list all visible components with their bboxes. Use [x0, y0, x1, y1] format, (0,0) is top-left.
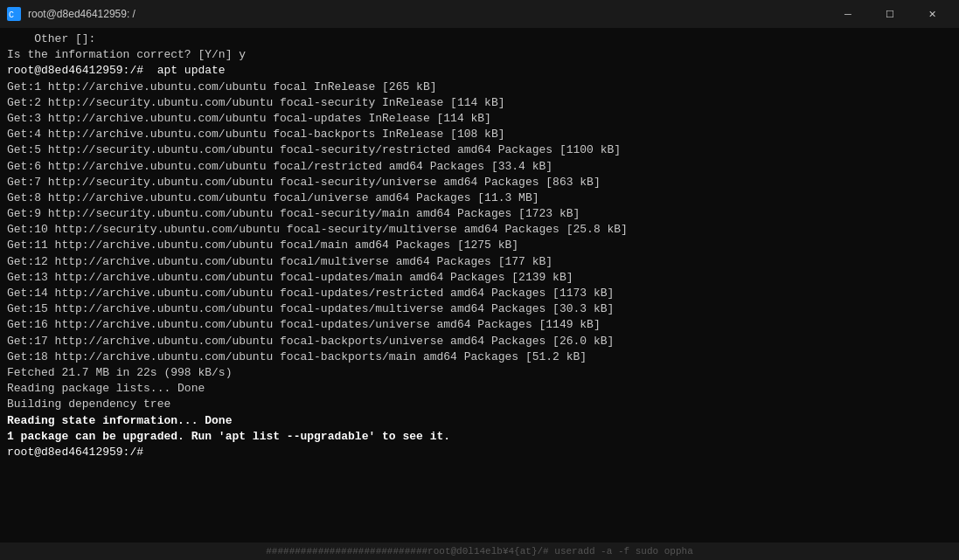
terminal-line: Get:4 http://archive.ubuntu.com/ubuntu f…: [7, 127, 952, 142]
terminal-line: Get:2 http://security.ubuntu.com/ubuntu …: [7, 95, 952, 111]
terminal-line: Get:16 http://archive.ubuntu.com/ubuntu …: [7, 317, 952, 333]
terminal-line: 1 package can be upgraded. Run 'apt list…: [7, 429, 952, 445]
terminal-line: Get:13 http://archive.ubuntu.com/ubuntu …: [7, 270, 952, 286]
terminal-line: Is the information correct? [Y/n] y: [7, 47, 952, 63]
window-controls: ─ ☐ ✕: [828, 0, 952, 28]
terminal-line: Get:12 http://archive.ubuntu.com/ubuntu …: [7, 254, 952, 270]
terminal-content: Other []:Is the information correct? [Y/…: [7, 31, 952, 539]
terminal-line: Get:7 http://security.ubuntu.com/ubuntu …: [7, 175, 952, 190]
terminal-line: Get:3 http://archive.ubuntu.com/ubuntu f…: [7, 111, 952, 127]
minimize-button[interactable]: ─: [828, 0, 868, 28]
terminal-line: Building dependency tree: [7, 397, 952, 412]
bottom-text: ############################root@d0l14el…: [266, 546, 692, 557]
terminal-line: root@d8ed46412959:/# apt update: [7, 63, 952, 79]
terminal-line: Get:11 http://archive.ubuntu.com/ubuntu …: [7, 238, 952, 253]
bottom-bar: ############################root@d0l14el…: [0, 543, 959, 560]
terminal-line: Get:6 http://archive.ubuntu.com/ubuntu f…: [7, 159, 952, 175]
terminal-window: C root@d8ed46412959: / ─ ☐ ✕ Other []:Is…: [0, 0, 959, 560]
terminal-line: Get:15 http://archive.ubuntu.com/ubuntu …: [7, 301, 952, 317]
title-bar: C root@d8ed46412959: / ─ ☐ ✕: [0, 0, 959, 28]
terminal-line: root@d8ed46412959:/#: [7, 445, 952, 460]
close-button[interactable]: ✕: [912, 0, 952, 28]
svg-text:C: C: [9, 10, 14, 20]
terminal-line: Get:10 http://security.ubuntu.com/ubuntu…: [7, 222, 952, 238]
terminal-line: Get:1 http://archive.ubuntu.com/ubuntu f…: [7, 80, 952, 95]
window-title: root@d8ed46412959: /: [28, 8, 136, 20]
maximize-button[interactable]: ☐: [870, 0, 910, 28]
terminal-line: Other []:: [7, 31, 952, 47]
title-bar-left: C root@d8ed46412959: /: [7, 7, 136, 21]
terminal-line: Reading package lists... Done: [7, 381, 952, 397]
terminal-body[interactable]: Other []:Is the information correct? [Y/…: [0, 28, 959, 543]
terminal-icon: C: [7, 7, 21, 21]
terminal-line: Get:14 http://archive.ubuntu.com/ubuntu …: [7, 286, 952, 301]
terminal-line: Get:5 http://security.ubuntu.com/ubuntu …: [7, 142, 952, 158]
terminal-line: Get:9 http://security.ubuntu.com/ubuntu …: [7, 206, 952, 222]
terminal-line: Get:8 http://archive.ubuntu.com/ubuntu f…: [7, 190, 952, 206]
terminal-line: Fetched 21.7 MB in 22s (998 kB/s): [7, 365, 952, 381]
terminal-line: Reading state information... Done: [7, 413, 952, 429]
terminal-line: Get:18 http://archive.ubuntu.com/ubuntu …: [7, 349, 952, 365]
terminal-line: Get:17 http://archive.ubuntu.com/ubuntu …: [7, 334, 952, 349]
